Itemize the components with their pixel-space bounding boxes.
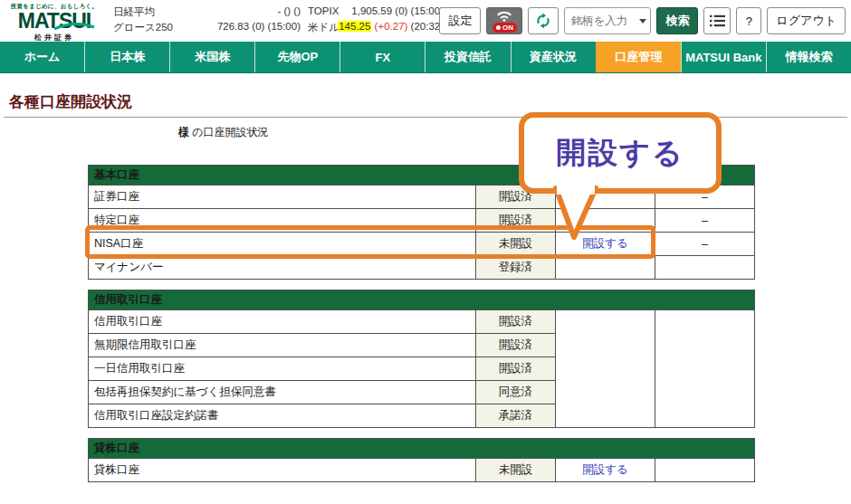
nav-tab-futures-op[interactable]: 先物OP	[254, 42, 339, 72]
account-holder-subtitle: 様 の口座開設状況	[178, 125, 269, 140]
account-name: 証券口座	[89, 185, 476, 209]
topix-value: 1,905.59 (0) (15:00)	[326, 5, 444, 16]
status-badge: 未開設	[476, 459, 556, 482]
nav-tab-info-search[interactable]: 情報検索	[766, 42, 851, 72]
top-header: 投資をまじめに、おもしろく。 MATSUI 松井証券 日経平均 - () () …	[0, 0, 851, 42]
nav-tab-home[interactable]: ホーム	[0, 42, 84, 72]
logo-swoosh-icon	[53, 23, 96, 30]
merged-action-cell	[556, 310, 655, 428]
callout-bubble: 開設する	[519, 112, 722, 194]
header-toolbar: 設定 ON	[439, 7, 846, 34]
usdjpy-change: (+0.27)	[375, 21, 408, 32]
note-cell	[655, 256, 755, 280]
status-badge: 登録済	[476, 256, 556, 280]
refresh-button[interactable]	[528, 7, 559, 34]
nav-tab-fx[interactable]: FX	[339, 42, 425, 72]
action-cell	[556, 256, 655, 280]
nav-tab-us-stocks[interactable]: 米国株	[169, 42, 254, 72]
stock-symbol-input[interactable]	[564, 7, 651, 34]
account-name: 無期限信用取引口座	[89, 334, 476, 357]
realtime-connection-button[interactable]: ON	[486, 7, 522, 34]
margin-account-table: 信用取引口座 信用取引口座 開設済 無期限信用取引口座 開設済 一日信用取引口座…	[88, 290, 755, 428]
note-cell: –	[655, 209, 755, 233]
status-badge: 開設済	[476, 209, 556, 233]
status-badge: 承諾済	[476, 404, 556, 428]
status-badge: 開設済	[476, 357, 556, 381]
merged-note-cell	[655, 310, 755, 428]
table-row: 信用取引口座 開設済	[89, 310, 755, 334]
growth250-value: 726.83 (0) (15:00)	[181, 21, 301, 32]
logout-button[interactable]: ログアウト	[767, 7, 846, 34]
status-badge: 開設済	[476, 334, 556, 357]
help-button[interactable]: ?	[736, 7, 761, 34]
on-badge-dot	[496, 25, 501, 30]
table-row: 特定口座 開設済 –	[89, 209, 755, 233]
nikkei-label: 日経平均	[113, 5, 155, 19]
account-name: マイナンバー	[89, 256, 476, 280]
usdjpy-price: 145.25	[338, 21, 371, 32]
status-badge: 同意済	[476, 381, 556, 404]
section-header-margin: 信用取引口座	[89, 290, 755, 310]
holder-honorific: 様	[178, 126, 189, 138]
stock-lending-account-table: 貸株口座 貸株口座 未開設 開設する	[88, 438, 755, 482]
on-badge: ON	[492, 23, 517, 33]
status-badge: 未開設	[476, 233, 556, 256]
settings-button[interactable]: 設定	[439, 7, 481, 34]
note-cell	[655, 459, 755, 482]
main-nav: ホーム 日本株 米国株 先物OP FX 投資信託 資産状況 口座管理 MATSU…	[0, 42, 851, 73]
chevron-down-icon[interactable]	[639, 19, 646, 24]
nav-tab-assets[interactable]: 資産状況	[511, 42, 596, 72]
account-name: 包括再担保契約に基づく担保同意書	[89, 381, 476, 404]
nikkei-value: - () ()	[181, 5, 301, 16]
account-name: 信用取引口座設定約諾書	[89, 404, 476, 428]
account-name: 貸株口座	[89, 459, 476, 482]
list-icon	[710, 14, 725, 27]
stock-symbol-combobox[interactable]	[564, 7, 651, 34]
page-title: 各種口座開設状況	[9, 91, 132, 112]
table-row-nisa: NISA口座 未開設 開設する –	[89, 233, 755, 256]
nav-tab-japan-stocks[interactable]: 日本株	[84, 42, 169, 72]
account-name: 信用取引口座	[89, 310, 476, 334]
nav-tab-investment-trust[interactable]: 投資信託	[425, 42, 510, 72]
section-header-lending: 貸株口座	[89, 439, 755, 459]
account-name: NISA口座	[89, 233, 476, 256]
nav-tab-account-management[interactable]: 口座管理	[596, 42, 681, 72]
callout-bubble-tail	[545, 185, 607, 242]
refresh-icon	[535, 13, 551, 29]
search-button[interactable]: 検索	[656, 7, 698, 34]
account-name: 特定口座	[89, 209, 476, 233]
table-row: マイナンバー 登録済	[89, 256, 755, 280]
account-tables: 基本口座 証券口座 開設済 – 特定口座 開設済 – NISA口座 未開設 開設…	[88, 165, 754, 492]
matsui-account-status-page: 投資をまじめに、おもしろく。 MATSUI 松井証券 日経平均 - () () …	[0, 0, 851, 504]
title-divider	[4, 117, 847, 118]
action-cell: 開設する	[556, 459, 655, 482]
nav-tab-matsui-bank[interactable]: MATSUI Bank	[681, 42, 766, 72]
table-row: 貸株口座 未開設 開設する	[89, 459, 755, 482]
usdjpy-value: 145.25 (+0.27) (20:32)	[326, 21, 444, 32]
lending-open-link[interactable]: 開設する	[582, 463, 628, 476]
growth250-label: グロース250	[113, 21, 173, 34]
note-cell: –	[655, 233, 755, 256]
wifi-icon	[494, 10, 514, 22]
status-badge: 開設済	[476, 310, 556, 334]
menu-list-button[interactable]	[703, 7, 731, 34]
matsui-logo[interactable]: 投資をまじめに、おもしろく。 MATSUI 松井証券	[9, 3, 100, 43]
account-name: 一日信用取引口座	[89, 357, 476, 381]
callout-text: 開設する	[556, 133, 684, 174]
